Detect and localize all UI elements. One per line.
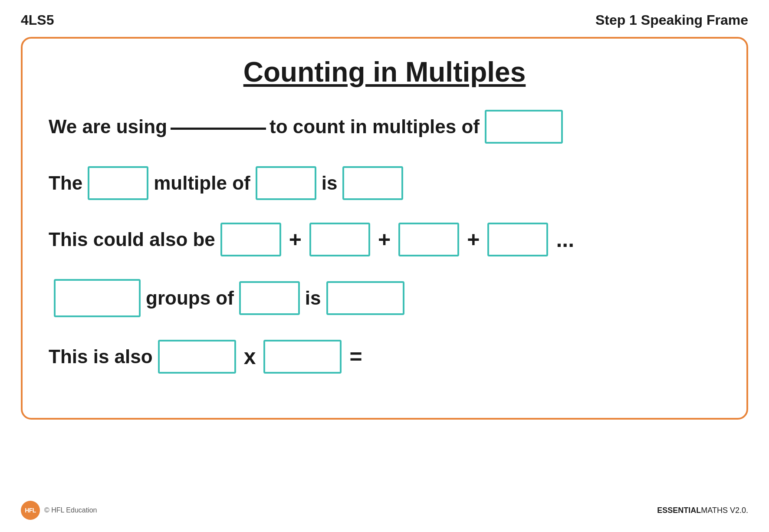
row3-box3 xyxy=(398,223,459,256)
footer-left: HFL © HFL Education xyxy=(21,501,97,520)
row3-ellipsis: ... xyxy=(556,227,574,252)
card-title: Counting in Multiples xyxy=(49,56,720,88)
row1-text2: to count in multiples of xyxy=(269,116,480,138)
row2: The multiple of is xyxy=(49,166,720,200)
footer-product-regular: MATHS V2.0. xyxy=(701,506,748,515)
row4-box3 xyxy=(326,281,404,315)
row2-text1: The xyxy=(49,172,82,194)
row4-box1 xyxy=(54,279,141,317)
row2-box2 xyxy=(256,166,316,200)
row5-box2 xyxy=(263,340,342,374)
row3-box2 xyxy=(309,223,370,256)
footer-product: ESSENTIALMATHS V2.0. xyxy=(657,506,748,515)
row3-text1: This could also be xyxy=(49,229,215,250)
main-card: Counting in Multiples We are using to co… xyxy=(21,37,748,420)
hfl-badge-icon: HFL xyxy=(21,501,40,520)
row4-box2 xyxy=(239,281,300,315)
row4-text1: groups of xyxy=(146,287,234,309)
row4-text2: is xyxy=(305,287,321,309)
row3-plus2: + xyxy=(378,227,391,252)
page-code: 4LS5 xyxy=(21,12,54,28)
row5: This is also x = xyxy=(49,340,720,374)
footer-company: © HFL Education xyxy=(44,506,97,514)
row2-text3: is xyxy=(322,172,338,194)
page-title: Step 1 Speaking Frame xyxy=(595,12,748,28)
row5-text1: This is also xyxy=(49,346,153,368)
row5-equals: = xyxy=(349,344,362,369)
row1-text1: We are using xyxy=(49,116,167,138)
row5-box1 xyxy=(158,340,236,374)
row2-box3 xyxy=(342,166,403,200)
row3: This could also be + + + ... xyxy=(49,223,720,256)
row1-blank xyxy=(171,128,266,130)
row1-box1 xyxy=(485,110,563,144)
row4: groups of is xyxy=(49,279,720,317)
row2-box1 xyxy=(88,166,148,200)
row2-text2: multiple of xyxy=(154,172,250,194)
row5-times: x xyxy=(244,344,256,369)
footer: HFL © HFL Education ESSENTIALMATHS V2.0. xyxy=(0,501,769,520)
row3-box1 xyxy=(220,223,281,256)
row3-plus3: + xyxy=(467,227,480,252)
row3-plus1: + xyxy=(289,227,302,252)
row3-box4 xyxy=(487,223,548,256)
footer-product-bold: ESSENTIAL xyxy=(657,506,701,515)
row1: We are using to count in multiples of xyxy=(49,110,720,144)
hfl-badge-text: HFL xyxy=(25,507,36,514)
